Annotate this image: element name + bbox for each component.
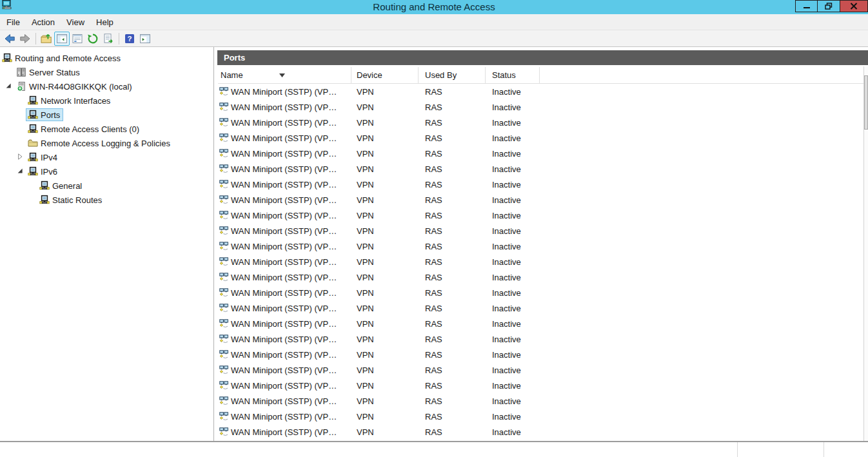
rras-node-icon — [39, 180, 50, 191]
menu-action[interactable]: Action — [26, 17, 61, 27]
table-row[interactable]: WAN Miniport (SSTP) (VP…VPNRASInactive — [218, 177, 863, 192]
column-header-label: Status — [492, 70, 516, 80]
table-row[interactable]: WAN Miniport (SSTP) (VP…VPNRASInactive — [218, 300, 863, 316]
window-controls — [795, 0, 868, 12]
cell-used-by: RAS — [419, 164, 486, 174]
port-icon — [219, 118, 229, 128]
table-row[interactable]: WAN Miniport (SSTP) (VP…VPNRASInactive — [218, 223, 863, 238]
cell-name: WAN Miniport (SSTP) (VP… — [218, 226, 351, 236]
tree-item-general[interactable]: General — [0, 179, 213, 193]
port-icon — [219, 102, 229, 112]
column-header-device[interactable]: Device — [351, 67, 419, 83]
properties-button[interactable] — [70, 32, 85, 46]
cell-status: Inactive — [486, 350, 540, 360]
table-row[interactable]: WAN Miniport (SSTP) (VP…VPNRASInactive — [218, 285, 863, 300]
cell-name: WAN Miniport (SSTP) (VP… — [218, 87, 351, 97]
table-row[interactable]: WAN Miniport (SSTP) (VP…VPNRASInactive — [218, 161, 863, 177]
minimize-button[interactable] — [795, 0, 818, 12]
forward-button[interactable] — [17, 32, 33, 46]
back-button[interactable] — [2, 32, 17, 46]
rras-node-icon — [28, 152, 38, 162]
port-icon — [219, 365, 229, 375]
table-row[interactable]: WAN Miniport (SSTP) (VP…VPNRASInactive — [218, 362, 863, 378]
vertical-scrollbar[interactable] — [863, 66, 868, 441]
tree-item-static-routes[interactable]: Static Routes — [0, 193, 213, 207]
port-icon — [219, 319, 229, 329]
background-window-divider — [824, 442, 824, 457]
table-row[interactable]: WAN Miniport (SSTP) (VP…VPNRASInactive — [218, 331, 863, 347]
cell-device: VPN — [351, 335, 419, 344]
cell-status: Inactive — [486, 412, 540, 422]
port-icon — [219, 164, 229, 174]
table-row[interactable]: WAN Miniport (SSTP) (VP…VPNRASInactive — [218, 146, 863, 161]
cell-name: WAN Miniport (SSTP) (VP… — [218, 164, 351, 174]
tree-item-label: Routing and Remote Access — [15, 53, 121, 63]
table-row[interactable]: WAN Miniport (SSTP) (VP…VPNRASInactive — [218, 269, 863, 285]
tree-item-routing-and-remote-access[interactable]: Routing and Remote Access — [0, 51, 213, 65]
column-header-status[interactable]: Status — [486, 67, 540, 83]
tree-item-ipv4[interactable]: IPv4 — [0, 150, 213, 164]
table-row[interactable]: WAN Miniport (SSTP) (VP…VPNRASInactive — [218, 192, 863, 208]
expander-collapsed-icon[interactable] — [17, 153, 25, 161]
scrollbar-thumb[interactable] — [864, 75, 868, 130]
table-row[interactable]: WAN Miniport (SSTP) (VP…VPNRASInactive — [218, 393, 863, 409]
background-window-divider — [737, 442, 738, 457]
table-row[interactable]: WAN Miniport (SSTP) (VP…VPNRASInactive — [218, 115, 863, 130]
cell-status: Inactive — [486, 257, 540, 267]
cell-device: VPN — [351, 164, 419, 174]
table-row[interactable]: WAN Miniport (SSTP) (VP…VPNRASInactive — [218, 378, 863, 393]
svg-text:?: ? — [127, 35, 132, 43]
table-row[interactable]: WAN Miniport (SSTP) (VP…VPNRASInactive — [218, 99, 863, 115]
table-row[interactable]: WAN Miniport (SSTP) (VP…VPNRASInactive — [218, 347, 863, 362]
tree-item-ports[interactable]: Ports — [0, 108, 213, 122]
port-icon — [219, 87, 229, 97]
table-row[interactable]: WAN Miniport (SSTP) (VP…VPNRASInactive — [218, 254, 863, 269]
rras-node-icon — [28, 166, 38, 177]
table-row[interactable]: WAN Miniport (SSTP) (VP…VPNRASInactive — [218, 424, 863, 440]
export-list-button[interactable] — [101, 32, 116, 46]
port-name: WAN Miniport (SSTP) (VP… — [231, 195, 337, 205]
port-name: WAN Miniport (SSTP) (VP… — [231, 396, 337, 406]
show-action-pane-button[interactable] — [137, 32, 153, 46]
help-button[interactable]: ? — [122, 32, 137, 46]
close-button[interactable] — [840, 0, 868, 12]
table-row[interactable]: WAN Miniport (SSTP) (VP…VPNRASInactive — [218, 409, 863, 424]
cell-used-by: RAS — [419, 211, 486, 220]
port-name: WAN Miniport (SSTP) (VP… — [231, 118, 337, 128]
table-row[interactable]: WAN Miniport (SSTP) (VP…VPNRASInactive — [218, 84, 863, 99]
tree-item-ipv6[interactable]: IPv6 — [0, 164, 213, 179]
menu-file[interactable]: File — [1, 17, 26, 27]
cell-status: Inactive — [486, 365, 540, 375]
column-header-used-by[interactable]: Used By — [419, 67, 486, 83]
cell-device: VPN — [351, 381, 419, 391]
table-row[interactable]: WAN Miniport (SSTP) (VP…VPNRASInactive — [218, 208, 863, 223]
column-header-name[interactable]: Name — [218, 67, 351, 83]
port-name: WAN Miniport (SSTP) (VP… — [231, 427, 337, 437]
port-icon — [219, 335, 229, 344]
server-status-icon — [16, 67, 26, 77]
table-row[interactable]: WAN Miniport (SSTP) (VP…VPNRASInactive — [218, 130, 863, 146]
port-name: WAN Miniport (SSTP) (VP… — [231, 102, 337, 112]
show-console-tree-button[interactable] — [54, 32, 70, 46]
refresh-button[interactable] — [85, 32, 101, 46]
cell-used-by: RAS — [419, 288, 486, 298]
menu-help[interactable]: Help — [90, 17, 119, 27]
help-icon: ? — [123, 32, 136, 45]
table-row[interactable]: WAN Miniport (SSTP) (VP…VPNRASInactive — [218, 238, 863, 254]
tree-item-remote-access-clients-0[interactable]: Remote Access Clients (0) — [0, 122, 213, 136]
tree-item-network-interfaces[interactable]: Network Interfaces — [0, 93, 213, 108]
cell-device: VPN — [351, 257, 419, 267]
up-one-level-button[interactable] — [39, 32, 54, 46]
port-name: WAN Miniport (SSTP) (VP… — [231, 335, 337, 344]
expander-expanded-icon[interactable] — [5, 83, 13, 90]
table-row[interactable]: WAN Miniport (SSTP) (VP…VPNRASInactive — [218, 316, 863, 331]
tree-item-server-status[interactable]: Server Status — [0, 65, 213, 79]
cell-device: VPN — [351, 288, 419, 298]
menu-view[interactable]: View — [61, 17, 90, 27]
cell-name: WAN Miniport (SSTP) (VP… — [218, 381, 351, 391]
restore-button[interactable] — [818, 0, 840, 12]
expander-expanded-icon[interactable] — [17, 168, 25, 175]
cell-status: Inactive — [486, 273, 540, 282]
tree-item-win-r44o8gikkqk-local[interactable]: WIN-R44O8GIKKQK (local) — [0, 79, 213, 93]
tree-item-remote-access-logging-policies[interactable]: Remote Access Logging & Policies — [0, 136, 213, 150]
